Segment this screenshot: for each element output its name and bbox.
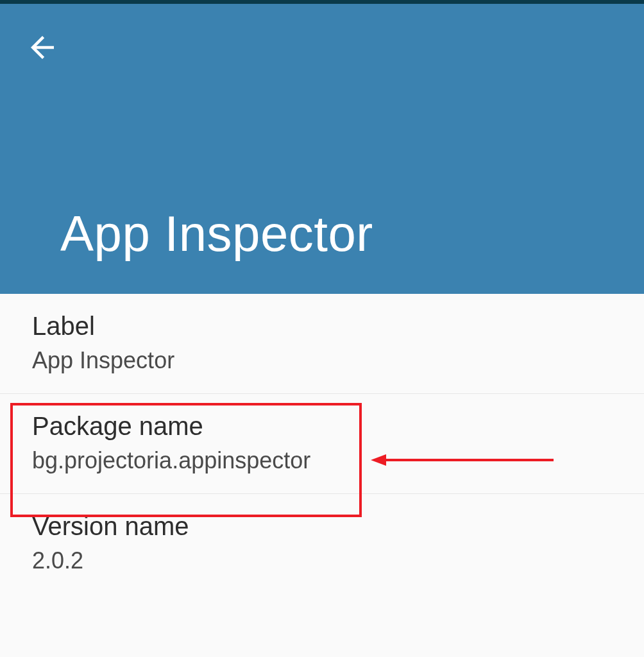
app-bar: App Inspector bbox=[0, 4, 644, 294]
row-title: Version name bbox=[32, 512, 612, 541]
arrow-back-icon bbox=[25, 30, 60, 67]
row-value: App Inspector bbox=[32, 347, 612, 374]
row-value: 2.0.2 bbox=[32, 547, 612, 574]
row-label[interactable]: Label App Inspector bbox=[0, 294, 644, 394]
row-package-name[interactable]: Package name bg.projectoria.appinspector bbox=[0, 394, 644, 494]
row-title: Package name bbox=[32, 412, 612, 441]
back-button[interactable] bbox=[22, 28, 63, 69]
page-title: App Inspector bbox=[60, 205, 373, 263]
details-list: Label App Inspector Package name bg.proj… bbox=[0, 294, 644, 593]
row-value: bg.projectoria.appinspector bbox=[32, 447, 612, 474]
row-title: Label bbox=[32, 312, 612, 341]
row-version-name[interactable]: Version name 2.0.2 bbox=[0, 494, 644, 593]
